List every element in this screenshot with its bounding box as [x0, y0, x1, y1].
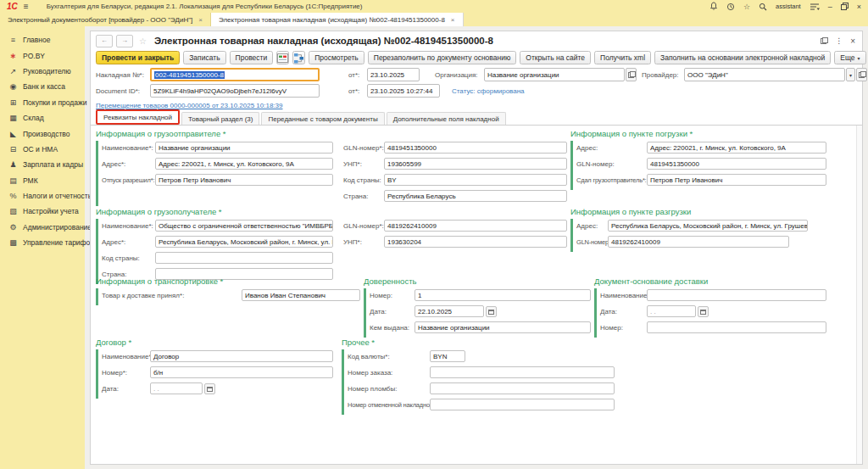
favorites-star-icon[interactable]: ☆: [743, 3, 750, 11]
tab-documents-with-goods[interactable]: Переданные с товаром документы: [261, 112, 384, 125]
shipper-country-code-input[interactable]: BY: [384, 174, 567, 186]
vertical-scrollbar[interactable]: [856, 126, 862, 464]
app-tab-bar: Электронный документооборот [провайдер -…: [0, 13, 868, 26]
contract-name-input[interactable]: Договор: [150, 350, 333, 362]
calendar-icon[interactable]: [204, 383, 215, 394]
cancelled-waybill-number-input[interactable]: [430, 399, 615, 410]
calendar-icon[interactable]: [486, 306, 497, 317]
shipper-country-input[interactable]: Республика Беларусь: [384, 190, 567, 202]
provider-dropdown-button[interactable]: ▾: [846, 68, 855, 81]
app-tab-edo[interactable]: Электронный документооборот [провайдер -…: [0, 13, 211, 26]
shipper-name-input[interactable]: Название организации: [155, 142, 333, 154]
shipper-unp-input[interactable]: 193605599: [384, 158, 567, 170]
datetime-input[interactable]: 23.10.2025 10:27:44: [367, 84, 440, 98]
sidebar-item-main[interactable]: ≡Главное: [0, 32, 85, 47]
field-label: Адрес*:: [102, 160, 125, 168]
seal-number-input[interactable]: [430, 382, 615, 394]
order-number-input[interactable]: [430, 366, 615, 378]
loading-gln-input[interactable]: 4819451350000: [647, 158, 826, 170]
contract-number-input[interactable]: б/н: [150, 366, 333, 378]
organization-open-button[interactable]: [626, 68, 637, 81]
close-button[interactable]: ×: [857, 3, 861, 11]
provider-input[interactable]: ООО "ЭДиН": [684, 68, 845, 81]
get-xml-button[interactable]: Получить xml: [594, 51, 651, 64]
factory-icon: ◣: [8, 130, 18, 138]
tab-waybill-details[interactable]: Реквизиты накладной: [96, 109, 180, 125]
contract-date-input[interactable]: . .: [150, 382, 203, 394]
consignee-gln-input[interactable]: 4819262410009: [384, 220, 567, 232]
assistant-label[interactable]: assistant: [776, 3, 801, 11]
shipper-address-input[interactable]: Адрес: 220021, г. Минск, ул. Котовского,…: [155, 158, 333, 170]
shipper-release-input[interactable]: Петров Петр Иванович: [155, 174, 333, 186]
organization-input[interactable]: Название организации: [484, 68, 625, 81]
form-close-icon[interactable]: ×: [850, 36, 855, 46]
tab-close-icon[interactable]: ×: [198, 16, 203, 24]
post-button[interactable]: Провести: [230, 51, 274, 64]
transport-accepted-input[interactable]: Иванов Иван Степанович: [242, 289, 360, 301]
document-id-input[interactable]: 5Z9KLiF4h9aHP02QAO9oDjbeh7eJ12l6vyV: [150, 84, 320, 98]
loading-address-input[interactable]: Адрес: 220021, г. Минск, ул. Котовского,…: [647, 142, 826, 154]
waybill-date-input[interactable]: 23.10.2025: [367, 68, 420, 81]
tab-close-icon[interactable]: ×: [451, 16, 455, 24]
sidebar-item-tariff[interactable]: ▩Управление тарифом: [0, 235, 85, 250]
refill-from-base-button[interactable]: Перезаполнить по документу основанию: [368, 51, 517, 64]
sidebar-item-bank[interactable]: ◉Банк и касса: [0, 79, 85, 94]
favorite-star-icon[interactable]: ☆: [139, 36, 147, 46]
open-in-window-icon[interactable]: [821, 37, 827, 44]
delivery-basis-date-input[interactable]: . .: [647, 305, 696, 317]
loading-handed-input[interactable]: Петров Петр Иванович: [647, 174, 826, 186]
history-icon[interactable]: [726, 3, 735, 11]
sidebar-item-rmk[interactable]: ▤РМК: [0, 173, 85, 188]
attorney-number-input[interactable]: 1: [415, 289, 591, 301]
unloading-address-input[interactable]: Республика Беларусь, Московский район, г…: [608, 220, 808, 232]
sidebar-item-salary[interactable]: ♟Зарплата и кадры: [0, 157, 85, 172]
sidebar-item-administration[interactable]: ⚙Администрирование: [0, 220, 85, 235]
sidebar-item-poby[interactable]: ∗PO.BY: [0, 47, 85, 63]
more-button[interactable]: Еще▾: [834, 51, 865, 64]
waybill-number-label: Накладная №*:: [96, 71, 148, 79]
shipper-gln-input[interactable]: 4819451350000: [384, 142, 567, 154]
sidebar-item-manager[interactable]: ↗Руководителю: [0, 64, 85, 79]
currency-code-input[interactable]: BYN: [430, 350, 465, 362]
delivery-basis-number-input[interactable]: [647, 321, 826, 333]
minimize-button[interactable]: –: [828, 3, 832, 11]
coin-icon: ◉: [8, 82, 18, 91]
unloading-gln-input[interactable]: 4819262410009: [608, 236, 789, 248]
back-arrow-button[interactable]: ←: [96, 35, 113, 47]
app-tab-waybill[interactable]: Электронная товарная накладная (исходяща…: [211, 13, 464, 26]
window-titlebar: 1С ≡ Бухгалтерия для Беларуси, редакция …: [0, 0, 868, 13]
consignee-unp-input[interactable]: 193630204: [384, 236, 567, 248]
restore-button[interactable]: [841, 3, 849, 10]
search-icon[interactable]: [759, 3, 767, 11]
consignee-country-code-input[interactable]: [155, 252, 333, 264]
show-postings-icon-button[interactable]: [276, 51, 289, 64]
forward-arrow-button[interactable]: →: [116, 35, 133, 47]
calendar-icon[interactable]: [698, 306, 709, 317]
open-on-site-button[interactable]: Открыть на сайте: [520, 51, 591, 64]
tab-goods-section[interactable]: Товарный раздел (3): [181, 112, 259, 125]
sidebar-item-purchases[interactable]: ⊞Покупки и продажи: [0, 95, 85, 110]
notifications-bell-icon[interactable]: [709, 2, 718, 11]
consignee-address-input[interactable]: Республика Беларусь, Московский район, г…: [155, 236, 333, 248]
tab-additional-fields[interactable]: Дополнительные поля накладной: [387, 112, 506, 125]
preview-button[interactable]: Просмотреть: [309, 51, 364, 64]
more-menu-icon[interactable]: ⋮: [835, 36, 843, 45]
sidebar-item-fixed-assets[interactable]: ⊟ОС и НМА: [0, 142, 85, 157]
base-document-link[interactable]: Перемещение товаров 0000-000005 от 23.10…: [96, 102, 283, 109]
save-button[interactable]: Записать: [183, 51, 225, 64]
waybill-number-input[interactable]: 002-4819451350000-8: [150, 68, 320, 81]
provider-open-button[interactable]: [856, 68, 867, 81]
consignee-name-input[interactable]: Общество с ограниченной ответственностью…: [155, 220, 333, 232]
post-and-close-button[interactable]: Провести и закрыть: [96, 51, 180, 64]
sidebar-item-accounting-settings[interactable]: ▧Настройки учета: [0, 204, 85, 219]
fill-from-e-waybill-button[interactable]: Заполнить на основании электронной накла…: [654, 51, 831, 64]
document-structure-icon-button[interactable]: [292, 51, 305, 64]
view-settings-icon[interactable]: [810, 3, 820, 11]
sidebar-item-production[interactable]: ◣Производство: [0, 126, 85, 141]
attorney-issued-input[interactable]: Название организации: [415, 321, 591, 333]
main-menu-icon[interactable]: ≡: [24, 0, 29, 13]
sidebar-item-warehouse[interactable]: ▦Склад: [0, 110, 85, 126]
delivery-basis-name-input[interactable]: [647, 289, 826, 301]
attorney-date-input[interactable]: 22.10.2025: [415, 305, 484, 317]
sidebar-item-taxes[interactable]: %Налоги и отчетность: [0, 188, 85, 204]
